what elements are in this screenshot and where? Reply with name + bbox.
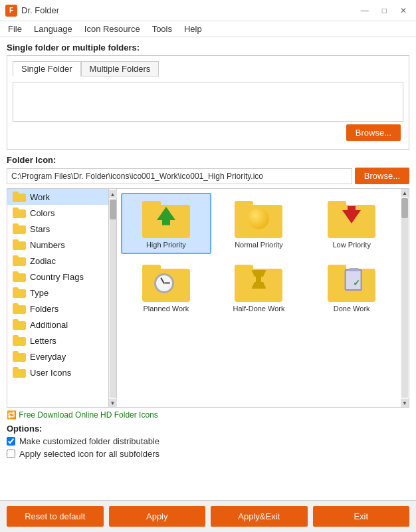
category-folders[interactable]: Folders bbox=[7, 301, 108, 317]
folder-icon-type bbox=[13, 287, 26, 298]
tab-multiple-folders[interactable]: Multiple Folders bbox=[81, 61, 159, 76]
menu-file[interactable]: File bbox=[3, 23, 27, 35]
clipboard-base: ✓ bbox=[345, 269, 362, 291]
tab-single-folder[interactable]: Single Folder bbox=[13, 61, 81, 76]
folder-icon-country-flags bbox=[13, 271, 26, 282]
icon-browse-button[interactable]: Browse... bbox=[355, 168, 409, 184]
options-section: Options: Make customized folder distribu… bbox=[7, 424, 409, 459]
grid-scroll-down[interactable]: ▼ bbox=[401, 399, 409, 407]
app-title: Dr. Folder bbox=[21, 5, 59, 15]
bottom-bar: Reset to default Apply Apply&Exit Exit bbox=[0, 500, 416, 532]
icon-category-list: Work Colors Stars Numbers Zodiac bbox=[7, 189, 108, 407]
category-folders-label: Folders bbox=[30, 304, 58, 314]
main-content: Single folder or multiple folders: Singl… bbox=[0, 37, 416, 532]
checkbox-distributable: Make customized folder distributable bbox=[7, 436, 409, 446]
category-work-label: Work bbox=[30, 192, 50, 202]
menu-language[interactable]: Language bbox=[29, 23, 78, 35]
icon-high-priority[interactable]: High Priority bbox=[121, 193, 211, 254]
folder-browse-button[interactable]: Browse... bbox=[346, 124, 401, 141]
folder-icon-everyday bbox=[13, 351, 26, 362]
category-user-icons[interactable]: User Icons bbox=[7, 364, 108, 380]
category-zodiac-label: Zodiac bbox=[30, 256, 56, 266]
category-user-icons-label: User Icons bbox=[30, 368, 71, 378]
apply-exit-button[interactable]: Apply&Exit bbox=[211, 506, 308, 527]
menu-icon-resource[interactable]: Icon Resource bbox=[79, 23, 146, 35]
checkbox-subfolders-label: Apply selected icon for all subfolders bbox=[19, 449, 159, 459]
grid-scrollbar: ▲ ▼ bbox=[401, 189, 409, 407]
menu-bar: File Language Icon Resource Tools Help bbox=[0, 21, 416, 37]
maximize-button[interactable]: □ bbox=[378, 5, 391, 17]
clipboard-check: ✓ bbox=[353, 278, 360, 288]
arrow-down-stem bbox=[348, 206, 356, 217]
category-country-flags[interactable]: Country Flags bbox=[7, 269, 108, 285]
category-additional[interactable]: Additional bbox=[7, 317, 108, 332]
category-everyday[interactable]: Everyday bbox=[7, 348, 108, 364]
close-button[interactable]: ✕ bbox=[396, 5, 411, 17]
category-work[interactable]: Work bbox=[7, 189, 108, 205]
category-additional-label: Additional bbox=[30, 320, 68, 330]
category-stars-label: Stars bbox=[30, 224, 50, 234]
download-link[interactable]: 🔁 Free Download Online HD Folder Icons bbox=[7, 410, 409, 420]
hourglass-middle bbox=[256, 277, 261, 282]
icon-normal-priority-img bbox=[235, 198, 282, 238]
icon-planned-work-label: Planned Work bbox=[143, 305, 189, 313]
category-zodiac[interactable]: Zodiac bbox=[7, 253, 108, 269]
category-stars[interactable]: Stars bbox=[7, 221, 108, 237]
icon-half-done-work[interactable]: Half-Done Work bbox=[214, 257, 304, 318]
menu-help[interactable]: Help bbox=[179, 23, 207, 35]
title-bar: F Dr. Folder — □ ✕ bbox=[0, 0, 416, 21]
icon-normal-priority-label: Normal Priority bbox=[235, 241, 283, 249]
folder-tabs: Single Folder Multiple Folders bbox=[13, 61, 403, 76]
icon-done-work[interactable]: ✓ Done Work bbox=[306, 257, 397, 318]
icon-low-priority[interactable]: Low Priority bbox=[306, 193, 397, 254]
icon-half-done-work-label: Half-Done Work bbox=[233, 305, 284, 313]
grid-scroll-up[interactable]: ▲ bbox=[401, 189, 409, 197]
icon-category-list-wrapper: Work Colors Stars Numbers Zodiac bbox=[7, 189, 117, 407]
category-type-label: Type bbox=[30, 288, 49, 298]
exit-button[interactable]: Exit bbox=[313, 506, 410, 527]
folder-icon-letters bbox=[13, 335, 26, 346]
icon-normal-priority[interactable]: Normal Priority bbox=[214, 193, 304, 254]
category-letters-label: Letters bbox=[30, 336, 56, 346]
category-letters[interactable]: Letters bbox=[7, 332, 108, 348]
category-type[interactable]: Type bbox=[7, 285, 108, 301]
category-colors-label: Colors bbox=[30, 208, 55, 218]
clock-face bbox=[154, 273, 174, 293]
menu-tools[interactable]: Tools bbox=[147, 23, 177, 35]
icon-done-work-label: Done Work bbox=[334, 305, 370, 313]
reset-button[interactable]: Reset to default bbox=[7, 506, 104, 527]
icon-grid-wrapper: High Priority Normal Priority bbox=[117, 189, 409, 407]
apply-button[interactable]: Apply bbox=[109, 506, 206, 527]
grid-scroll-thumb[interactable] bbox=[401, 198, 408, 218]
icon-high-priority-label: High Priority bbox=[146, 241, 186, 249]
arrow-up-stem bbox=[162, 215, 170, 225]
category-numbers[interactable]: Numbers bbox=[7, 237, 108, 253]
icon-planned-work[interactable]: Planned Work bbox=[121, 257, 211, 318]
grid-scroll-track bbox=[401, 198, 408, 398]
icon-planned-work-img bbox=[142, 262, 190, 302]
minimize-button[interactable]: — bbox=[357, 5, 373, 17]
list-scroll-down[interactable]: ▼ bbox=[109, 399, 117, 407]
window-controls: — □ ✕ bbox=[357, 5, 411, 17]
hourglass-top bbox=[251, 270, 266, 277]
ball-yellow bbox=[248, 208, 269, 229]
folder-icon-user-icons bbox=[13, 367, 26, 378]
clock-minute bbox=[165, 282, 170, 283]
category-colors[interactable]: Colors bbox=[7, 205, 108, 221]
folder-path-input-area[interactable] bbox=[13, 82, 403, 122]
checkbox-subfolders: Apply selected icon for all subfolders bbox=[7, 449, 409, 459]
folder-selector-label: Single folder or multiple folders: bbox=[7, 43, 409, 53]
folder-icon-colors bbox=[13, 207, 26, 218]
list-scroll-thumb[interactable] bbox=[110, 200, 116, 219]
icon-path-input[interactable] bbox=[7, 168, 352, 184]
list-scrollbar: ▲ ▼ bbox=[108, 189, 116, 407]
folder-icon-zodiac bbox=[13, 255, 26, 266]
hourglass-bottom bbox=[251, 282, 266, 289]
checkbox-subfolders-input[interactable] bbox=[7, 450, 15, 458]
list-scroll-track bbox=[110, 200, 116, 398]
list-scroll-up[interactable]: ▲ bbox=[109, 190, 117, 198]
checkbox-distributable-input[interactable] bbox=[7, 437, 15, 446]
options-label: Options: bbox=[7, 424, 409, 434]
folder-icon-work bbox=[13, 192, 26, 202]
folder-icon-additional bbox=[13, 319, 26, 330]
